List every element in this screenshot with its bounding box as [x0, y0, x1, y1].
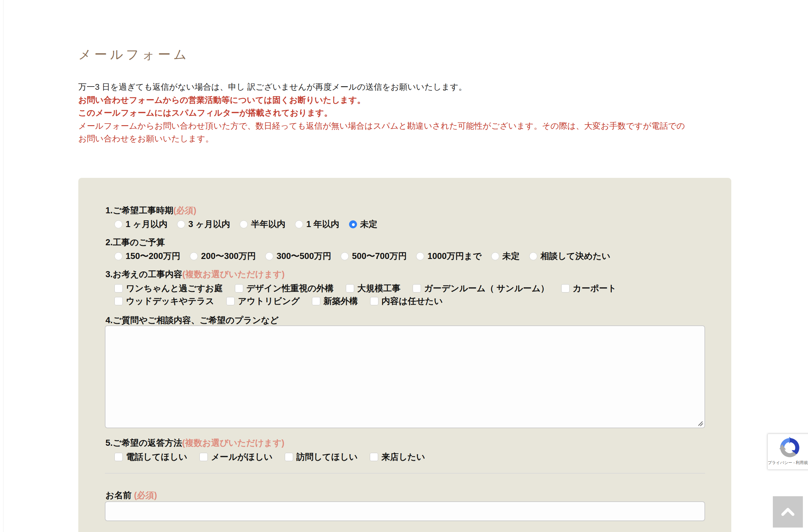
checkbox-option-call-me[interactable]: 電話してほしい [114, 451, 187, 463]
radio-icon [190, 252, 198, 260]
name-label-text: お名前 [106, 491, 132, 500]
option-label: 1 年以内 [306, 218, 339, 230]
radio-option-budget-150-200[interactable]: 150〜200万円 [114, 250, 180, 262]
checkbox-option-leave-it[interactable]: 内容は任せたい [370, 296, 443, 307]
radio-option-3months[interactable]: 3 ヶ月以内 [177, 218, 230, 230]
radio-icon [114, 220, 123, 228]
q1-label-text: 1.ご希望工事時期 [106, 206, 173, 215]
q3-label: 3.お考えの工事内容(複数お選びいただけます) [106, 269, 284, 280]
section-divider [105, 473, 705, 474]
q5-label-text: 5.ご希望の返答方法 [106, 438, 182, 448]
radio-icon [416, 252, 424, 260]
checkbox-option-garden-room[interactable]: ガーデンルーム（ サンルーム） [412, 283, 549, 294]
option-label: 500〜700万円 [352, 250, 407, 262]
option-label: 1000万円まで [427, 250, 481, 262]
notice-line: 万一3 日を過ぎても返信がない場合は、申し 訳ございませんが再度メールの送信をお… [78, 80, 737, 94]
checkbox-icon [412, 284, 421, 292]
checkbox-option-dog-garden[interactable]: ワンちゃんと過ごすお庭 [114, 283, 223, 294]
checkbox-option-carport[interactable]: カーポート [561, 283, 617, 294]
q5-multi-note: (複数お選びいただけます) [182, 438, 284, 448]
radio-option-budget-consult[interactable]: 相談して決めたい [529, 250, 610, 262]
recaptcha-privacy-terms[interactable]: プライバシー - 利用規約 [768, 460, 808, 466]
q3-options-row1: ワンちゃんと過ごすお庭 デザイン性重視の外構 大規模工事 ガーデンルーム（ サン… [114, 283, 617, 294]
option-label: 内容は任せたい [382, 296, 443, 307]
page-title: メールフォーム [78, 46, 189, 63]
option-label: 未定 [502, 250, 520, 262]
q5-label: 5.ご希望の返答方法(複数お選びいただけます) [106, 437, 284, 449]
checkbox-option-new-exterior[interactable]: 新築外構 [312, 296, 358, 307]
radio-icon [341, 252, 349, 260]
checkbox-option-design-exterior[interactable]: デザイン性重視の外構 [235, 283, 334, 294]
option-label: 電話してほしい [126, 451, 187, 463]
radio-option-budget-300-500[interactable]: 300〜500万円 [265, 250, 331, 262]
radio-option-budget-undecided[interactable]: 未定 [491, 250, 520, 262]
mail-form-page: メールフォーム 万一3 日を過ぎても返信がない場合は、申し 訳ございませんが再度… [0, 0, 808, 532]
q3-options-row2: ウッドデッキやテラス アウトリビング 新築外構 内容は任せたい [114, 296, 443, 307]
option-label: 訪問してほしい [296, 451, 357, 463]
radio-option-budget-upto-1000[interactable]: 1000万円まで [416, 250, 481, 262]
checkbox-option-email-me[interactable]: メールがほしい [199, 451, 273, 463]
checkbox-option-visit-store[interactable]: 来店したい [370, 451, 425, 463]
option-label: 未定 [360, 218, 378, 230]
radio-option-budget-500-700[interactable]: 500〜700万円 [341, 250, 407, 262]
notice-line: メールフォームからお問い合わせ頂いた方で、数日経っても返信が無い場合はスパムと勘… [78, 119, 737, 133]
checkbox-option-visit-me[interactable]: 訪問してほしい [285, 451, 357, 463]
q2-label: 2.工事のご予算 [106, 236, 165, 248]
recaptcha-badge[interactable]: プライバシー - 利用規約 [767, 434, 808, 470]
q1-required-note: (必須) [173, 206, 196, 215]
radio-option-halfyear[interactable]: 半年以内 [240, 218, 286, 230]
option-label: メールがほしい [211, 451, 273, 463]
q1-label: 1.ご希望工事時期(必須) [106, 205, 196, 216]
radio-option-1year[interactable]: 1 年以内 [295, 218, 339, 230]
checkbox-icon [346, 284, 354, 292]
option-label: ワンちゃんと過ごすお庭 [126, 283, 223, 294]
option-label: ガーデンルーム（ サンルーム） [424, 283, 549, 294]
left-edge-rule [3, 0, 3, 532]
inquiry-textarea[interactable] [105, 325, 705, 428]
checkbox-icon [312, 297, 320, 305]
contact-form-panel: 1.ご希望工事時期(必須) 1 ヶ月以内 3 ヶ月以内 半年以内 1 年以内 未… [78, 178, 731, 532]
notice-warning-line: お問い合わせフォームからの営業活動等については固くお断りいたします。 [78, 94, 737, 107]
checkbox-icon [199, 453, 208, 461]
checkbox-icon [114, 284, 123, 292]
q3-multi-note: (複数お選びいただけます) [182, 269, 284, 279]
checkbox-icon [285, 453, 293, 461]
q3-label-text: 3.お考えの工事内容 [106, 269, 182, 279]
option-label: 150〜200万円 [126, 250, 180, 262]
option-label: 3 ヶ月以内 [188, 218, 230, 230]
checkbox-icon [561, 284, 570, 292]
checkbox-option-outliving[interactable]: アウトリビング [226, 296, 299, 307]
radio-option-budget-200-300[interactable]: 200〜300万円 [190, 250, 256, 262]
q2-options: 150〜200万円 200〜300万円 300〜500万円 500〜700万円 … [114, 250, 610, 262]
option-label: 1 ヶ月以内 [126, 218, 167, 230]
chevron-up-icon [779, 506, 796, 518]
radio-icon [240, 220, 248, 228]
option-label: 200〜300万円 [201, 250, 256, 262]
checkbox-option-large-construction[interactable]: 大規模工事 [346, 283, 401, 294]
notice-warning-line: このメールフォームにはスパムフィルターが搭載されております。 [78, 106, 737, 119]
q5-options: 電話してほしい メールがほしい 訪問してほしい 来店したい [114, 451, 425, 463]
scroll-to-top-button[interactable] [773, 496, 803, 528]
radio-option-undecided[interactable]: 未定 [349, 218, 378, 230]
checkbox-icon [114, 453, 123, 461]
checkbox-icon [235, 284, 243, 292]
option-label: ウッドデッキやテラス [126, 296, 214, 307]
q1-options: 1 ヶ月以内 3 ヶ月以内 半年以内 1 年以内 未定 [114, 218, 378, 230]
checkbox-option-wood-deck[interactable]: ウッドデッキやテラス [114, 296, 214, 307]
radio-selected-icon [349, 220, 357, 228]
checkbox-icon [370, 297, 379, 305]
radio-icon [529, 252, 537, 260]
radio-icon [265, 252, 273, 260]
radio-icon [491, 252, 499, 260]
name-input[interactable] [105, 501, 705, 521]
radio-option-1month[interactable]: 1 ヶ月以内 [114, 218, 167, 230]
recaptcha-logo-icon [778, 436, 802, 459]
notice-line: お問い合わせをお願いいたします。 [78, 132, 737, 145]
checkbox-icon [114, 297, 123, 305]
name-label: お名前 (必須) [106, 490, 157, 501]
option-label: デザイン性重視の外構 [246, 283, 334, 294]
option-label: アウトリビング [238, 296, 299, 307]
option-label: 来店したい [381, 451, 425, 463]
option-label: カーポート [573, 283, 617, 294]
q4-label: 4.ご質問やご相談内容、ご希望のプランなど [106, 315, 279, 326]
